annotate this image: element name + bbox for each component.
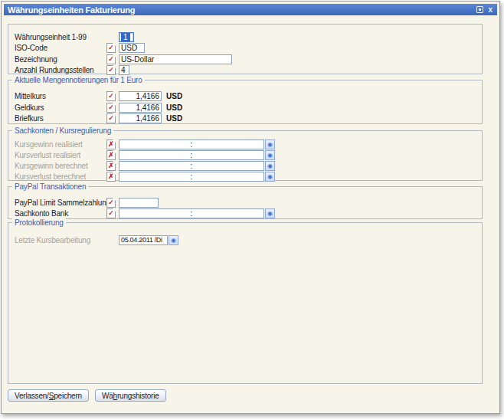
field-label: Briefkurs xyxy=(15,114,106,123)
sachkonto-bank-field[interactable]: : xyxy=(119,208,264,218)
field-label: Geldkurs xyxy=(15,103,106,112)
group-general: Währungseinheit 1-99 1 ISO-Code ✓ USD Be… xyxy=(8,24,483,74)
lookup-button[interactable]: ◉ xyxy=(265,150,275,160)
letzte-kursbearbeitung-field[interactable]: 05.04.2011 /Di xyxy=(119,235,168,245)
paypal-limit-row: PayPal Limit Sammelzahlung ✓ xyxy=(15,197,479,208)
check-icon[interactable]: ✓ xyxy=(106,113,116,123)
mittelkurs-field[interactable]: 1,4166 xyxy=(119,91,162,101)
button-label: Verlassen/ xyxy=(15,392,49,400)
close-icon[interactable]: x xyxy=(488,6,493,13)
cross-icon[interactable]: ✗ xyxy=(106,150,116,160)
kursgewinn-realisiert-row: Kursgewinn realisiert ✗ : ◉ xyxy=(15,139,479,149)
window-title: Währungseinheiten Fakturierung xyxy=(4,5,135,15)
restore-icon[interactable] xyxy=(476,6,483,13)
field-label: Bezeichnung xyxy=(15,55,106,64)
lookup-button[interactable]: ◉ xyxy=(265,161,275,171)
field-label: Mittelkurs xyxy=(15,92,106,100)
field-label: Währungseinheit 1-99 xyxy=(15,33,106,41)
field-label: Kursverlust berechnet xyxy=(15,172,106,181)
kursverlust-berechnet-field[interactable]: : xyxy=(119,172,264,182)
lookup-button[interactable]: ◉ xyxy=(265,172,275,182)
titlebar-controls: x xyxy=(476,6,497,13)
spinner-button[interactable]: ◉ xyxy=(169,235,178,245)
rounding-digits-row: Anzahl Rundungsstellen ✓ 4 xyxy=(15,64,479,75)
iso-code-field[interactable]: USD xyxy=(119,43,145,53)
group-title: Protokollierung xyxy=(12,218,66,227)
paypal-limit-field[interactable] xyxy=(119,198,159,208)
kursgewinn-berechnet-row: Kursgewinn berechnet ✗ : ◉ xyxy=(15,160,479,171)
kursgewinn-berechnet-field[interactable]: : xyxy=(119,161,264,171)
check-icon[interactable]: ✓ xyxy=(106,91,116,101)
button-label: Wä xyxy=(102,392,113,400)
group-accounts: Sachkonten / Kursregulierung Kursgewinn … xyxy=(8,130,483,181)
check-icon[interactable]: ✓ xyxy=(106,208,116,218)
currency-unit-label: USD xyxy=(166,92,182,100)
currency-unit-label: USD xyxy=(166,114,182,123)
iso-code-row: ISO-Code ✓ USD xyxy=(15,42,479,53)
currency-unit-field[interactable]: 1 xyxy=(119,32,134,42)
field-label: Kursgewinn realisiert xyxy=(15,140,106,149)
rounding-digits-field[interactable]: 4 xyxy=(119,65,129,75)
field-label: PayPal Limit Sammelzahlung xyxy=(15,199,106,207)
briefkurs-row: Briefkurs ✓ 1,4166 USD xyxy=(15,113,479,123)
mittelkurs-row: Mittelkurs ✓ 1,4166 USD xyxy=(15,90,479,101)
kursgewinn-realisiert-field[interactable]: : xyxy=(119,139,264,149)
group-title: PayPal Transaktionen xyxy=(12,182,88,191)
check-icon[interactable]: ✓ xyxy=(106,43,116,53)
geldkurs-row: Geldkurs ✓ 1,4166 USD xyxy=(15,102,479,113)
field-label: ISO-Code xyxy=(15,44,106,52)
dialog-window: Währungseinheiten Fakturierung x Währung… xyxy=(1,1,500,414)
field-label: Kursgewinn berechnet xyxy=(15,162,106,170)
field-label: Kursverlust realisiert xyxy=(15,151,106,159)
field-label: Anzahl Rundungsstellen xyxy=(15,66,106,74)
field-label: Letzte Kursbearbeitung xyxy=(15,236,106,244)
kursverlust-realisiert-row: Kursverlust realisiert ✗ : ◉ xyxy=(15,149,479,160)
button-label: peichern xyxy=(54,392,82,400)
footer-button-bar: Verlassen/Speichern Währungshistorie xyxy=(8,389,166,402)
group-protocol: Protokollierung Letzte Kursbearbeitung 0… xyxy=(8,222,483,384)
letzte-kursbearbeitung-row: Letzte Kursbearbeitung 05.04.2011 /Di ◉ xyxy=(15,235,479,245)
lookup-button[interactable]: ◉ xyxy=(265,208,275,218)
check-icon[interactable]: ✓ xyxy=(106,65,116,75)
check-icon[interactable]: ✓ xyxy=(106,103,116,113)
check-icon[interactable]: ✓ xyxy=(106,198,116,208)
currency-unit-label: USD xyxy=(166,103,182,112)
bezeichnung-field[interactable]: US-Dollar xyxy=(119,54,232,64)
group-title: Sachkonten / Kursregulierung xyxy=(12,126,113,135)
geldkurs-field[interactable]: 1,4166 xyxy=(119,103,162,113)
cross-icon[interactable]: ✗ xyxy=(106,139,116,149)
group-paypal: PayPal Transaktionen PayPal Limit Sammel… xyxy=(8,186,483,219)
selected-text: 1 xyxy=(121,33,130,41)
check-icon[interactable]: ✓ xyxy=(106,54,116,64)
lookup-button[interactable]: ◉ xyxy=(265,139,275,149)
sachkonto-bank-row: Sachkonto Bank ✓ : ◉ xyxy=(15,208,479,218)
cross-icon[interactable]: ✗ xyxy=(106,161,116,171)
briefkurs-field[interactable]: 1,4166 xyxy=(119,113,162,123)
kursverlust-realisiert-field[interactable]: : xyxy=(119,150,264,160)
group-quotes: Aktuelle Mengennotierungen für 1 Euro Mi… xyxy=(8,80,483,124)
verlassen-speichern-button[interactable]: Verlassen/Speichern xyxy=(8,389,89,402)
field-label: Sachkonto Bank xyxy=(15,209,106,218)
kursverlust-berechnet-row: Kursverlust berechnet ✗ : ◉ xyxy=(15,171,479,182)
group-title: Aktuelle Mengennotierungen für 1 Euro xyxy=(12,76,145,84)
bezeichnung-row: Bezeichnung ✓ US-Dollar xyxy=(15,54,479,64)
button-label: rungshistorie xyxy=(117,392,159,400)
currency-unit-row: Währungseinheit 1-99 1 xyxy=(15,31,479,42)
title-bar[interactable]: Währungseinheiten Fakturierung x xyxy=(4,4,497,15)
waehrungshistorie-button[interactable]: Währungshistorie xyxy=(95,389,166,402)
cross-icon[interactable]: ✗ xyxy=(106,172,116,182)
